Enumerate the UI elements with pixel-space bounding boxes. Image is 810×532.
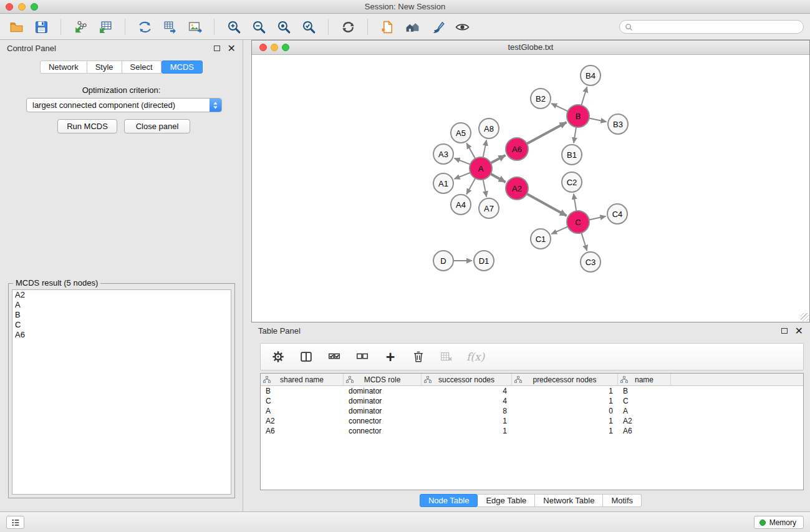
tab-select[interactable]: Select (122, 60, 162, 74)
table-cell[interactable]: connector (344, 427, 422, 435)
mcds-result-item[interactable]: B (12, 310, 231, 320)
table-cell[interactable]: 4 (422, 387, 512, 395)
node-B1[interactable]: B1 (562, 145, 582, 165)
table-row[interactable]: Adominator80A (261, 406, 803, 416)
node-C1[interactable]: C1 (531, 229, 551, 249)
edge-C-C4[interactable] (589, 216, 606, 220)
table-cell[interactable]: 8 (422, 407, 512, 415)
table-cell[interactable]: A (618, 407, 671, 415)
table-cell[interactable]: 4 (422, 397, 512, 405)
close-panel-button[interactable]: ✕ (228, 46, 236, 52)
node-B4[interactable]: B4 (581, 65, 600, 85)
apply-style-button[interactable] (427, 17, 447, 37)
add-column-button[interactable]: + (382, 349, 398, 365)
table-cell[interactable]: 1 (512, 417, 618, 425)
table-row[interactable]: Bdominator41B (261, 386, 803, 396)
edge-B-B4[interactable] (581, 87, 587, 105)
column-header-predecessor-nodes[interactable]: predecessor nodes (512, 374, 618, 385)
edge-C-C1[interactable] (551, 226, 567, 234)
tab-network[interactable]: Network (40, 60, 87, 74)
zoom-window-button[interactable] (31, 3, 38, 11)
show-columns-button[interactable] (298, 349, 314, 365)
table-cell[interactable]: 1 (512, 427, 618, 435)
table-cell[interactable]: A (261, 407, 344, 415)
table-cell[interactable]: A6 (261, 427, 344, 435)
node-A7[interactable]: A7 (479, 198, 499, 218)
tab-style[interactable]: Style (87, 60, 122, 74)
edge-A-A2[interactable] (491, 174, 506, 182)
edge-A-A4[interactable] (466, 178, 475, 195)
task-history-button[interactable] (6, 516, 24, 529)
node-B3[interactable]: B3 (608, 114, 628, 134)
table-settings-button[interactable] (270, 349, 286, 365)
edge-C-C2[interactable] (574, 194, 576, 211)
node-A[interactable]: A (470, 157, 492, 180)
table-cell[interactable]: A2 (261, 417, 344, 425)
edge-A-A5[interactable] (466, 143, 475, 159)
import-network-button[interactable] (70, 17, 90, 37)
table-cell[interactable]: A6 (618, 427, 671, 435)
node-C4[interactable]: C4 (607, 204, 627, 224)
tab-mcds[interactable]: MCDS (162, 60, 203, 74)
home-view-button[interactable] (402, 17, 422, 37)
zoom-in-button[interactable] (224, 17, 244, 37)
table-cell[interactable]: A2 (618, 417, 671, 425)
refresh-button[interactable] (338, 17, 358, 37)
node-A5[interactable]: A5 (451, 123, 471, 143)
clone-network-button[interactable] (160, 17, 180, 37)
zoom-network-button[interactable] (282, 44, 289, 51)
table-cell[interactable]: dominator (344, 397, 422, 405)
float-panel-button[interactable] (214, 46, 220, 51)
edge-B-B2[interactable] (551, 104, 568, 111)
deselect-all-button[interactable] (354, 349, 370, 365)
edge-B-B1[interactable] (574, 127, 576, 143)
mcds-result-item[interactable]: C (12, 320, 231, 330)
edge-C-C3[interactable] (581, 233, 587, 251)
edge-A-A6[interactable] (491, 155, 506, 163)
node-A8[interactable]: A8 (479, 118, 499, 138)
close-table-panel-button[interactable]: ✕ (795, 328, 803, 334)
delete-table-button[interactable] (438, 349, 455, 365)
table-cell[interactable]: C (261, 397, 344, 405)
run-mcds-button[interactable]: Run MCDS (57, 119, 117, 133)
save-session-button[interactable] (31, 17, 51, 37)
node-A3[interactable]: A3 (433, 144, 453, 164)
tab-node-table[interactable]: Node Table (420, 494, 478, 507)
table-cell[interactable]: 1 (512, 397, 618, 405)
node-B[interactable]: B (567, 105, 589, 127)
optimization-criterion-select[interactable]: largest connected component (directed) (26, 98, 222, 112)
node-D[interactable]: D (433, 251, 453, 271)
close-panel-button-2[interactable]: Close panel (124, 119, 190, 133)
tab-motifs[interactable]: Motifs (603, 494, 642, 507)
table-cell[interactable]: C (618, 397, 671, 405)
delete-column-button[interactable] (410, 349, 427, 365)
open-session-button[interactable] (6, 17, 26, 37)
table-row[interactable]: A6connector11A6 (261, 426, 803, 436)
node-A6[interactable]: A6 (506, 138, 528, 160)
column-header-shared-name[interactable]: shared name (261, 374, 344, 385)
table-row[interactable]: Cdominator41C (261, 396, 803, 406)
table-cell[interactable]: 1 (512, 387, 618, 395)
edge-A6-B[interactable] (527, 122, 567, 143)
table-cell[interactable]: B (261, 387, 344, 395)
node-C3[interactable]: C3 (581, 252, 600, 272)
session-file-button[interactable] (377, 17, 397, 37)
table-row[interactable]: A2connector11A2 (261, 416, 803, 426)
edge-A2-C[interactable] (527, 194, 567, 216)
node-D1[interactable]: D1 (474, 251, 494, 271)
zoom-fit-button[interactable] (274, 17, 294, 37)
table-cell[interactable]: 1 (422, 427, 512, 435)
network-canvas[interactable]: AA1A2A3A4A5A6A7A8BB1B2B3B4CC1C2C3C4DD1 (252, 56, 809, 322)
search-box[interactable] (619, 20, 804, 34)
mcds-result-item[interactable]: A6 (12, 330, 231, 340)
edge-A-A3[interactable] (455, 158, 471, 165)
edge-B-B3[interactable] (589, 118, 607, 122)
close-network-button[interactable] (259, 44, 267, 51)
node-C2[interactable]: C2 (562, 172, 582, 192)
select-all-button[interactable] (326, 349, 342, 365)
mcds-result-item[interactable]: A (12, 300, 231, 310)
table-cell[interactable]: 1 (422, 417, 512, 425)
zoom-selected-button[interactable] (299, 17, 319, 37)
close-window-button[interactable] (6, 3, 13, 11)
node-A2[interactable]: A2 (506, 177, 528, 200)
